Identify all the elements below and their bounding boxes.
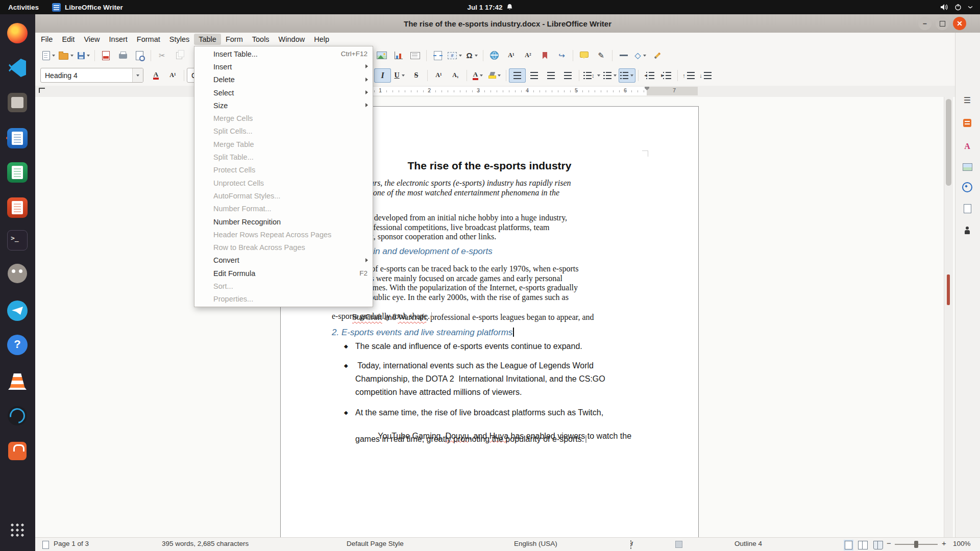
menu-edit[interactable]: Edit [57, 34, 79, 45]
copy-button[interactable] [170, 48, 187, 63]
insert-text-box-button[interactable] [407, 48, 424, 63]
track-changes-button[interactable]: ✎ [593, 48, 609, 63]
sidebar-page-tab[interactable] [960, 201, 975, 216]
menu-view[interactable]: View [79, 34, 104, 45]
sidebar-settings-tab[interactable]: ☰ [960, 93, 975, 108]
scrollbar-thumb[interactable] [946, 99, 951, 186]
menu-item-size[interactable]: Size [194, 99, 373, 112]
page-count[interactable]: Page 1 of 3 [54, 540, 89, 547]
horizontal-ruler[interactable]: 1 2 3 4 5 6 7 [35, 86, 980, 97]
word-count[interactable]: 395 words, 2,685 characters [162, 540, 249, 547]
libreoffice-writer-icon[interactable] [5, 126, 30, 151]
firefox-icon[interactable] [5, 21, 30, 45]
sidebar-accessibility-tab[interactable] [960, 223, 975, 238]
single-page-view-button[interactable] [845, 541, 852, 549]
sidebar-styles-tab[interactable]: A [960, 139, 975, 154]
insert-image-button[interactable] [373, 48, 390, 63]
new-style-button[interactable]: A¹ [164, 68, 181, 83]
cross-reference-button[interactable]: ↪ [553, 48, 570, 63]
strikethrough-button[interactable]: S [408, 68, 425, 83]
zoom-out-button[interactable]: − [887, 539, 891, 547]
insert-comment-button[interactable] [576, 48, 593, 63]
menu-table[interactable]: Table [194, 34, 221, 45]
menu-item-edit-formula[interactable]: Edit FormulaF2 [194, 267, 373, 280]
tab-stop-selector[interactable] [39, 88, 45, 93]
vlc-icon[interactable] [5, 369, 30, 394]
hyperlink-button[interactable] [486, 48, 503, 63]
menu-tools[interactable]: Tools [248, 34, 274, 45]
increase-indent-button[interactable]: ▸ [658, 68, 675, 83]
space-above-button[interactable]: ↑ [680, 68, 697, 83]
zoom-in-button[interactable]: + [942, 539, 946, 547]
endnote-button[interactable]: A² [520, 48, 536, 63]
unordered-list-button[interactable] [602, 68, 619, 83]
menu-window[interactable]: Window [274, 34, 310, 45]
align-left-button[interactable] [509, 68, 526, 83]
highlight-color-button[interactable] [486, 68, 503, 83]
volume-icon[interactable] [940, 4, 948, 11]
files-app-icon[interactable] [5, 90, 30, 115]
title-bar[interactable]: The rise of the e-sports industry.docx -… [35, 14, 980, 33]
selection-mode-icon[interactable] [630, 540, 631, 549]
menu-help[interactable]: Help [309, 34, 334, 45]
justify-button[interactable] [559, 68, 576, 83]
menu-insert[interactable]: Insert [105, 34, 132, 45]
new-document-button[interactable] [40, 48, 57, 63]
print-preview-button[interactable] [131, 48, 148, 63]
menu-item-convert[interactable]: Convert [194, 254, 373, 267]
italic-button[interactable]: I [374, 68, 391, 83]
paragraph-style-combo[interactable]: Heading 4 [40, 68, 143, 83]
zoom-slider-thumb[interactable] [914, 541, 918, 548]
decrease-indent-button[interactable]: ◂ [641, 68, 658, 83]
cut-button[interactable]: ✂ [154, 48, 170, 63]
minimize-button[interactable]: – [918, 17, 932, 30]
libreoffice-calc-icon[interactable] [5, 160, 30, 185]
menu-styles[interactable]: Styles [165, 34, 194, 45]
ordered-list-button[interactable] [619, 68, 635, 83]
save-button[interactable] [75, 48, 92, 63]
status-menu-chevron-icon[interactable] [968, 5, 973, 9]
superscript-button[interactable]: A¹ [430, 68, 447, 83]
menu-item-select[interactable]: Select [194, 86, 373, 99]
focused-app-name[interactable]: LibreOffice Writer [65, 4, 123, 11]
sidebar-navigator-tab[interactable] [960, 180, 975, 195]
footnote-button[interactable]: A¹ [503, 48, 520, 63]
basic-shapes-button[interactable]: ◇ [632, 48, 649, 63]
libreoffice-impress-icon[interactable] [5, 195, 30, 220]
menu-item-insert-table[interactable]: Insert Table...Ctrl+F12 [194, 47, 373, 60]
telegram-icon[interactable] [5, 298, 30, 323]
menu-item-number-recognition[interactable]: Number Recognition [194, 215, 373, 228]
close-button[interactable]: ✕ [953, 17, 966, 30]
menu-item-insert[interactable]: Insert [194, 60, 373, 73]
menu-format[interactable]: Format [132, 34, 165, 45]
draw-functions-button[interactable] [649, 48, 666, 63]
page-break-button[interactable] [429, 48, 446, 63]
gimp-icon[interactable] [5, 261, 30, 286]
menu-form[interactable]: Form [221, 34, 248, 45]
page-style[interactable]: Default Page Style [347, 540, 404, 547]
multi-page-view-button[interactable] [858, 541, 868, 549]
font-color-button[interactable]: A [470, 68, 486, 83]
clock[interactable]: Jul 1 17:42 [467, 4, 502, 11]
subscript-button[interactable]: A₁ [447, 68, 464, 83]
update-style-button[interactable]: A [148, 68, 164, 83]
text-language[interactable]: English (USA) [514, 540, 557, 547]
sidebar-properties-tab[interactable] [960, 115, 975, 131]
space-below-button[interactable]: ↓ [697, 68, 714, 83]
menu-item-delete[interactable]: Delete [194, 73, 373, 86]
show-applications-icon[interactable] [5, 518, 30, 542]
open-button[interactable] [57, 48, 75, 63]
insert-chart-button[interactable] [390, 48, 407, 63]
align-right-button[interactable] [543, 68, 559, 83]
horizontal-line-button[interactable] [615, 48, 632, 63]
maximize-button[interactable] [936, 17, 949, 30]
outline-level[interactable]: Outline 4 [734, 540, 762, 547]
paragraph-style-dropdown-button[interactable] [132, 68, 143, 82]
book-view-button[interactable] [873, 541, 883, 549]
zoom-percentage[interactable]: 100% [953, 540, 971, 547]
music-app-icon[interactable] [5, 404, 30, 428]
activities-button[interactable]: Activities [8, 4, 39, 11]
export-pdf-button[interactable] [97, 48, 114, 63]
menu-file[interactable]: File [36, 34, 57, 45]
sidebar-gallery-tab[interactable] [960, 159, 975, 174]
